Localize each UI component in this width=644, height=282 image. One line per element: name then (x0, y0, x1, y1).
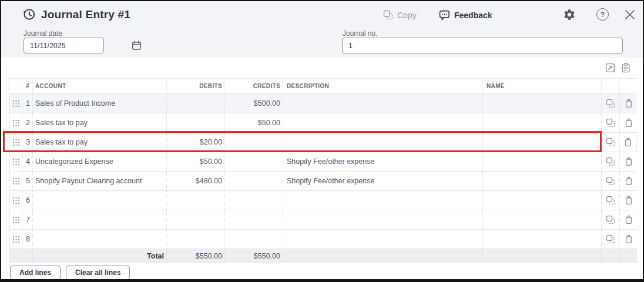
clear-all-lines-button[interactable]: Clear all lines (66, 266, 130, 280)
duplicate-row-icon[interactable] (602, 230, 620, 249)
cell-debits[interactable] (167, 210, 225, 229)
cell-description[interactable] (283, 133, 483, 152)
cell-account[interactable] (33, 230, 167, 249)
drag-handle-icon[interactable] (9, 152, 22, 171)
duplicate-row-icon[interactable] (602, 94, 620, 113)
cell-credits[interactable]: $500.00 (225, 94, 283, 113)
cell-debits[interactable] (167, 94, 225, 113)
title-bar: Journal Entry #1 (22, 8, 130, 21)
table-row: 1 Sales of Product Income $500.00 (9, 94, 637, 113)
cell-description[interactable] (283, 210, 483, 229)
duplicate-row-icon[interactable] (602, 113, 620, 132)
cell-description[interactable] (283, 230, 483, 249)
cell-debits[interactable]: $50.00 (167, 152, 225, 171)
cell-credits[interactable] (225, 172, 283, 190)
cell-account[interactable]: Sales of Product Income (33, 94, 167, 113)
delete-row-icon[interactable] (620, 133, 637, 152)
row-number: 3 (22, 133, 33, 152)
col-header-delete (620, 79, 637, 93)
drag-handle-icon[interactable] (9, 113, 22, 132)
cell-credits[interactable]: $50.00 (225, 113, 283, 132)
close-icon[interactable] (625, 9, 635, 20)
cell-credits[interactable] (225, 230, 283, 249)
delete-row-icon[interactable] (620, 210, 637, 229)
cell-description[interactable] (283, 113, 483, 132)
journal-date-field[interactable] (24, 38, 104, 53)
export-icon[interactable] (605, 63, 615, 73)
cell-credits[interactable] (225, 152, 283, 171)
cell-debits[interactable] (167, 113, 225, 132)
cell-debits[interactable] (167, 230, 225, 249)
clipboard-icon[interactable] (621, 63, 630, 73)
duplicate-row-icon[interactable] (602, 133, 620, 152)
journal-date-input[interactable] (24, 38, 130, 53)
delete-row-icon[interactable] (620, 94, 637, 113)
cell-credits[interactable] (225, 210, 283, 229)
drag-handle-icon[interactable] (9, 172, 22, 190)
settings-gear-icon[interactable] (563, 8, 576, 21)
copy-icon (383, 10, 393, 20)
duplicate-row-icon[interactable] (602, 210, 620, 229)
drag-handle-icon[interactable] (9, 94, 22, 113)
row-number: 7 (22, 210, 33, 229)
feedback-bubble-icon (439, 10, 450, 21)
duplicate-row-icon[interactable] (602, 172, 620, 190)
table-row: 4 Uncategorized Expense $50.00 Shopify F… (9, 152, 637, 172)
history-clock-icon[interactable] (22, 8, 36, 21)
row-number: 6 (22, 191, 33, 210)
cell-name[interactable] (483, 152, 602, 171)
add-lines-button[interactable]: Add lines (10, 266, 61, 280)
help-icon[interactable]: ? (596, 8, 609, 21)
feedback-button[interactable]: Feedback (439, 10, 492, 21)
cell-debits[interactable] (167, 191, 225, 210)
cell-name[interactable] (483, 210, 602, 229)
cell-description[interactable] (283, 94, 483, 113)
delete-row-icon[interactable] (620, 191, 637, 210)
cell-credits[interactable] (225, 133, 283, 152)
cell-name[interactable] (483, 172, 602, 190)
cell-description[interactable]: Shopify Fee/other expense (283, 152, 483, 171)
drag-handle-icon[interactable] (9, 230, 22, 249)
cell-account[interactable]: Shopify Payout Clearing account (33, 172, 167, 190)
cell-account[interactable]: Sales tax to pay (33, 133, 167, 152)
cell-account[interactable]: Sales tax to pay (33, 113, 167, 132)
cell-name[interactable] (483, 133, 602, 152)
row-number: 5 (22, 172, 33, 190)
cell-account[interactable] (33, 210, 167, 229)
cell-description[interactable] (283, 191, 483, 210)
table-row: 5 Shopify Payout Clearing account $480.0… (9, 172, 637, 191)
col-header-duplicate (602, 79, 620, 93)
duplicate-row-icon[interactable] (602, 191, 620, 210)
copy-journal-button[interactable]: Copy (383, 10, 417, 20)
cell-debits[interactable]: $480.00 (167, 172, 225, 190)
cell-account[interactable] (33, 191, 167, 210)
col-header-num: # (22, 79, 33, 93)
total-label: Total (33, 249, 167, 263)
cell-name[interactable] (483, 94, 602, 113)
cell-description[interactable]: Shopify Fee/other expense (283, 172, 483, 190)
col-header-description: DESCRIPTION (283, 79, 483, 93)
journal-no-input[interactable] (343, 38, 622, 53)
cell-credits[interactable] (225, 191, 283, 210)
drag-handle-icon[interactable] (9, 191, 22, 210)
cell-name[interactable] (483, 191, 602, 210)
table-row: 2 Sales tax to pay $50.00 (9, 113, 637, 133)
col-header-account: ACCOUNT (33, 79, 167, 93)
journal-no-label: Journal no. (343, 29, 377, 38)
delete-row-icon[interactable] (620, 172, 637, 190)
drag-handle-icon[interactable] (9, 133, 22, 152)
col-header-handle (9, 79, 22, 93)
cell-name[interactable] (483, 113, 602, 132)
calendar-icon[interactable] (130, 41, 146, 51)
journal-date-label: Journal date (24, 29, 62, 38)
delete-row-icon[interactable] (620, 152, 637, 171)
delete-row-icon[interactable] (620, 230, 637, 249)
drag-handle-icon[interactable] (9, 210, 22, 229)
cell-account[interactable]: Uncategorized Expense (33, 152, 167, 171)
delete-row-icon[interactable] (620, 113, 637, 132)
cell-debits[interactable]: $20.00 (167, 133, 225, 152)
cell-name[interactable] (483, 230, 602, 249)
duplicate-row-icon[interactable] (602, 152, 620, 171)
table-body: 1 Sales of Product Income $500.00 (9, 94, 637, 249)
journal-no-field[interactable] (342, 38, 623, 53)
